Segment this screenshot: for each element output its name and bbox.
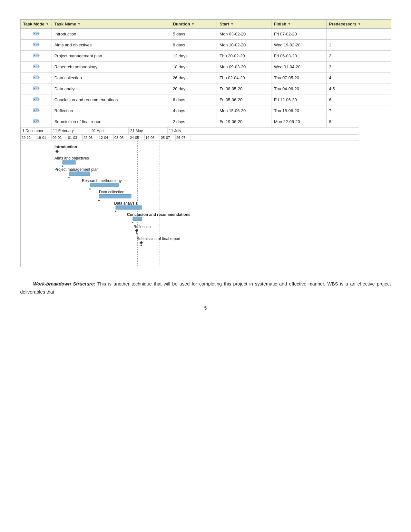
task-mode-cell [20, 51, 52, 62]
duration-cell: 26 days [170, 73, 217, 83]
table-row: Conclusion and recommendations6 daysFri … [20, 94, 391, 105]
task-mode-cell [20, 40, 52, 51]
finish-cell: Thu 04-06-20 [271, 83, 326, 94]
th-finish[interactable]: Finish ▼ [271, 20, 326, 29]
svg-rect-22 [36, 77, 38, 77]
svg-rect-23 [36, 78, 37, 78]
svg-rect-96 [116, 206, 142, 209]
svg-rect-43 [36, 121, 37, 122]
finish-cell: Fri 06-03-20 [271, 51, 326, 62]
svg-point-16 [34, 66, 35, 67]
th-predecessors[interactable]: Predecessors ▼ [326, 20, 391, 29]
wbs-paragraph: Work-breakdown Structure: This is anothe… [20, 280, 391, 296]
task-mode-icon [33, 75, 40, 80]
svg-rect-93 [99, 194, 131, 198]
task-name-cell: Data collection [52, 73, 170, 83]
predecessors-cell: 1 [326, 40, 391, 51]
svg-rect-28 [36, 89, 37, 89]
svg-marker-106 [140, 244, 142, 246]
start-cell: Thu 20-02-20 [217, 51, 271, 62]
svg-marker-19 [38, 65, 40, 67]
task-name-cell: Project management plan [52, 51, 170, 62]
duration-cell: 8 days [170, 40, 217, 51]
svg-marker-14 [38, 54, 40, 56]
svg-point-41 [34, 121, 35, 122]
gantt-svg: 1 December 11 February 01 April 21 May 1… [21, 127, 391, 267]
th-task-name-label: Task Name [54, 22, 76, 26]
svg-text:1 December: 1 December [22, 129, 43, 133]
predecessors-cell: 2 [326, 51, 391, 62]
start-cell: Fri 05-06-20 [217, 94, 271, 105]
th-duration-label: Duration [173, 22, 190, 26]
svg-marker-85 [62, 165, 64, 167]
start-cell: Mon 15-06-20 [217, 105, 271, 116]
duration-cell: 12 days [170, 51, 217, 62]
predecessors-cell: 7 [326, 105, 391, 116]
duration-cell: 6 days [170, 94, 217, 105]
table-row: Introduction5 daysMon 03-02-20Fri 07-02-… [20, 29, 391, 40]
svg-point-31 [34, 99, 35, 100]
task-name-cell: Data analysis [52, 83, 170, 94]
svg-text:03-05: 03-05 [114, 136, 123, 140]
table-row: Project management plan12 daysThu 20-02-… [20, 51, 391, 62]
svg-marker-105 [140, 241, 143, 244]
svg-text:14-06: 14-06 [145, 136, 154, 140]
svg-marker-102 [135, 229, 138, 232]
svg-text:Introduction: Introduction [54, 145, 77, 149]
th-task-name[interactable]: Task Name ▼ [52, 20, 170, 29]
svg-marker-82 [55, 150, 59, 153]
svg-rect-2 [36, 33, 38, 34]
svg-rect-12 [36, 55, 38, 55]
svg-point-11 [34, 55, 35, 56]
th-start-sort-icon[interactable]: ▼ [230, 22, 234, 26]
th-task-mode[interactable]: Task Mode ▼ [20, 20, 52, 29]
th-finish-label: Finish [274, 22, 286, 26]
duration-cell: 18 days [170, 62, 217, 73]
th-finish-sort-icon[interactable]: ▼ [288, 22, 291, 26]
table-row: Submission of final report2 daysFri 19-0… [20, 116, 391, 127]
svg-rect-18 [36, 67, 37, 67]
th-predecessors-sort-icon[interactable]: ▼ [358, 22, 361, 26]
table-row: Aims and objectives8 daysMon 10-02-20Wed… [20, 40, 391, 51]
svg-text:Data collection: Data collection [99, 190, 124, 194]
th-start[interactable]: Start ▼ [217, 20, 271, 29]
start-cell: Fri 08-05-20 [217, 83, 271, 94]
th-task-name-sort-icon[interactable]: ▼ [77, 22, 81, 26]
task-name-cell: Conclusion and recommendations [52, 94, 170, 105]
text-body: Work-breakdown Structure: This is anothe… [20, 280, 391, 296]
th-task-mode-sort-icon[interactable]: ▼ [46, 22, 49, 26]
table-row: Data analysis20 daysFri 08-05-20Thu 04-0… [20, 83, 391, 94]
th-duration[interactable]: Duration ▼ [170, 20, 217, 29]
th-duration-sort-icon[interactable]: ▼ [191, 22, 195, 26]
finish-cell: Thu 07-05-20 [271, 73, 326, 83]
svg-point-1 [34, 33, 35, 34]
svg-point-36 [34, 110, 35, 111]
svg-text:11 July: 11 July [169, 129, 181, 133]
svg-marker-34 [38, 98, 40, 100]
task-mode-icon [33, 86, 40, 91]
svg-rect-17 [36, 66, 38, 66]
svg-text:12-04: 12-04 [99, 136, 108, 140]
finish-cell: Fri 12-06-20 [271, 94, 326, 105]
svg-text:05-07: 05-07 [161, 136, 170, 140]
svg-point-6 [34, 44, 35, 45]
svg-point-26 [34, 88, 35, 89]
svg-rect-87 [69, 172, 90, 176]
svg-marker-100 [132, 222, 134, 223]
svg-text:22-03: 22-03 [83, 136, 93, 140]
task-mode-cell [20, 83, 52, 94]
wbs-title: Work-breakdown Structure: [33, 281, 95, 286]
task-name-cell: Submission of final report [52, 116, 170, 127]
svg-text:26-07: 26-07 [176, 136, 185, 140]
finish-cell: Wed 19-02-20 [271, 40, 326, 51]
svg-rect-37 [36, 110, 38, 110]
svg-rect-99 [133, 217, 142, 221]
svg-text:09-02: 09-02 [53, 136, 62, 140]
task-mode-icon [33, 64, 40, 69]
finish-cell: Wed 01-04-20 [271, 62, 326, 73]
svg-text:19-01: 19-01 [37, 136, 46, 140]
svg-marker-97 [115, 210, 117, 212]
start-cell: Fri 19-06-20 [217, 116, 271, 127]
svg-marker-88 [68, 177, 70, 178]
task-mode-icon [33, 53, 40, 58]
